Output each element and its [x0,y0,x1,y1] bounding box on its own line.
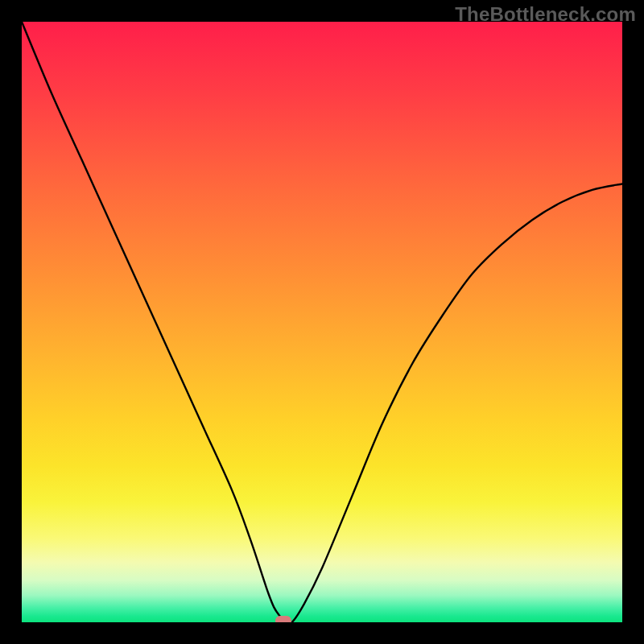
chart-container: TheBottleneck.com [0,0,644,644]
bottleneck-curve [22,22,622,622]
watermark-text: TheBottleneck.com [455,3,636,26]
optimum-marker [275,616,291,622]
plot-area [22,22,622,622]
